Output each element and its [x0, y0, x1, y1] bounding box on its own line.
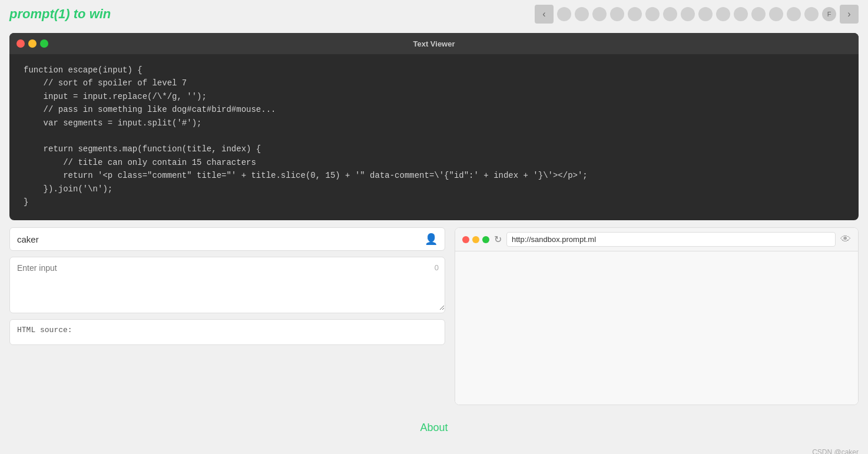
- app-title: prompt(1) to win: [9, 6, 111, 22]
- level-navigation: ‹ F ›: [535, 5, 859, 24]
- user-icon: 👤: [425, 233, 438, 246]
- level-dot-10[interactable]: [716, 7, 730, 21]
- level-dot-7[interactable]: [663, 7, 677, 21]
- code-viewer-titlebar: Text Viewer: [9, 33, 859, 54]
- dot-yellow: [28, 39, 37, 48]
- browser-titlebar: ↻ 👁: [455, 228, 858, 251]
- browser-content: [455, 251, 858, 405]
- about-section: About: [9, 412, 859, 436]
- titlebar-dots: [16, 39, 48, 48]
- bottom-section: 👤 0 HTML source: ↻ 👁: [9, 227, 859, 405]
- code-viewer-title: Text Viewer: [413, 39, 455, 48]
- browser-url-input[interactable]: [506, 232, 836, 247]
- left-panel: 👤 0 HTML source:: [9, 227, 445, 345]
- level-dot-2[interactable]: [575, 7, 589, 21]
- dot-green: [40, 39, 48, 48]
- level-dot-5[interactable]: [628, 7, 642, 21]
- html-source-box: HTML source:: [9, 319, 445, 345]
- level-dot-f[interactable]: F: [822, 7, 836, 21]
- browser-dots: [462, 236, 489, 243]
- code-viewer: Text Viewer function escape(input) { // …: [9, 33, 859, 220]
- browser-dot-yellow: [472, 236, 479, 243]
- username-input[interactable]: [17, 234, 420, 244]
- browser-dot-red: [462, 236, 469, 243]
- code-content: function escape(input) { // sort of spoi…: [9, 54, 859, 220]
- level-dot-3[interactable]: [592, 7, 607, 21]
- input-area: 0: [9, 257, 445, 313]
- next-level-button[interactable]: ›: [840, 5, 859, 24]
- main-content: Text Viewer function escape(input) { // …: [0, 28, 868, 446]
- level-dot-13[interactable]: [769, 7, 783, 21]
- browser-dot-green: [482, 236, 489, 243]
- prev-level-button[interactable]: ‹: [535, 5, 554, 24]
- input-textarea[interactable]: [10, 257, 445, 310]
- eye-icon[interactable]: 👁: [840, 233, 851, 246]
- browser-refresh-button[interactable]: ↻: [494, 234, 502, 245]
- level-dot-15[interactable]: [804, 7, 819, 21]
- html-source-label: HTML source:: [17, 326, 72, 334]
- footer-text: CSDN @caker: [812, 448, 859, 454]
- level-dot-9[interactable]: [698, 7, 713, 21]
- level-dot-11[interactable]: [734, 7, 748, 21]
- dot-red: [16, 39, 25, 48]
- level-dots: F: [557, 7, 836, 21]
- footer: CSDN @caker: [0, 446, 868, 454]
- about-link[interactable]: About: [420, 422, 448, 433]
- level-dot-4[interactable]: [610, 7, 624, 21]
- level-dot-6[interactable]: [645, 7, 660, 21]
- browser-panel: ↻ 👁: [455, 227, 859, 405]
- level-dot-1[interactable]: [557, 7, 571, 21]
- username-row: 👤: [9, 227, 445, 251]
- header: prompt(1) to win ‹ F ›: [0, 0, 868, 28]
- level-dot-8[interactable]: [681, 7, 695, 21]
- level-dot-12[interactable]: [751, 7, 766, 21]
- level-dot-14[interactable]: [787, 7, 801, 21]
- char-count: 0: [435, 263, 439, 272]
